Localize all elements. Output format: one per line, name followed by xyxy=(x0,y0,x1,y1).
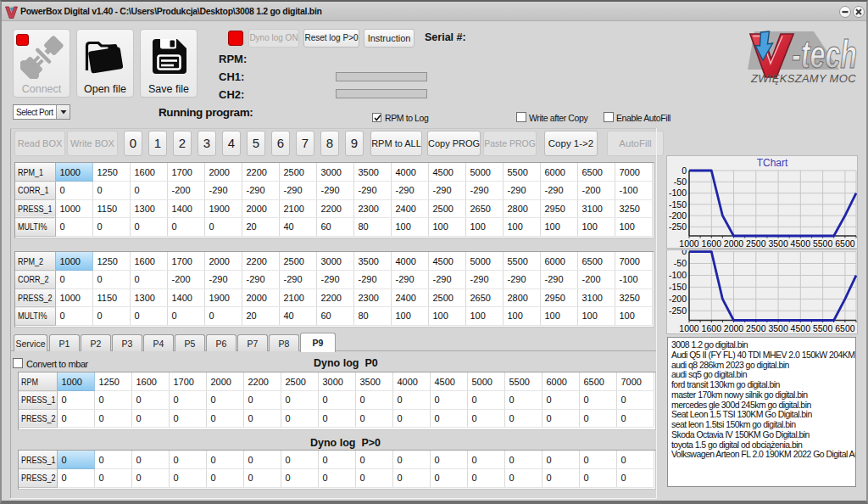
svg-text:-250: -250 xyxy=(669,305,687,316)
svg-text:2000: 2000 xyxy=(724,323,744,333)
svg-text:-200: -200 xyxy=(669,294,687,304)
svg-text:-100: -100 xyxy=(669,270,687,280)
svg-text:-100: -100 xyxy=(669,188,687,198)
svg-text:TChart: TChart xyxy=(757,157,788,169)
svg-text:1000: 1000 xyxy=(679,238,699,248)
svg-text:-150: -150 xyxy=(669,282,687,292)
svg-text:2500: 2500 xyxy=(746,238,766,248)
svg-text:-150: -150 xyxy=(669,199,687,210)
svg-text:1600: 1600 xyxy=(702,238,722,248)
svg-text:0: 0 xyxy=(682,250,687,256)
svg-text:6500: 6500 xyxy=(835,323,855,333)
svg-text:-200: -200 xyxy=(669,210,687,221)
svg-text:-250: -250 xyxy=(669,221,687,232)
svg-text:-tech: -tech xyxy=(792,32,857,76)
svg-text:6500: 6500 xyxy=(835,238,855,248)
svg-text:-50: -50 xyxy=(674,176,687,187)
svg-text:2500: 2500 xyxy=(746,323,766,333)
svg-text:5500: 5500 xyxy=(813,323,833,333)
svg-text:4500: 4500 xyxy=(791,323,811,333)
svg-text:0: 0 xyxy=(682,165,687,176)
svg-text:2000: 2000 xyxy=(724,238,744,248)
svg-text:1000: 1000 xyxy=(679,323,699,333)
svg-text:3500: 3500 xyxy=(768,238,788,248)
svg-text:5500: 5500 xyxy=(813,238,833,248)
svg-text:1600: 1600 xyxy=(702,323,722,333)
svg-text:-50: -50 xyxy=(674,258,687,268)
svg-text:4500: 4500 xyxy=(791,238,811,248)
svg-text:3500: 3500 xyxy=(768,323,788,333)
